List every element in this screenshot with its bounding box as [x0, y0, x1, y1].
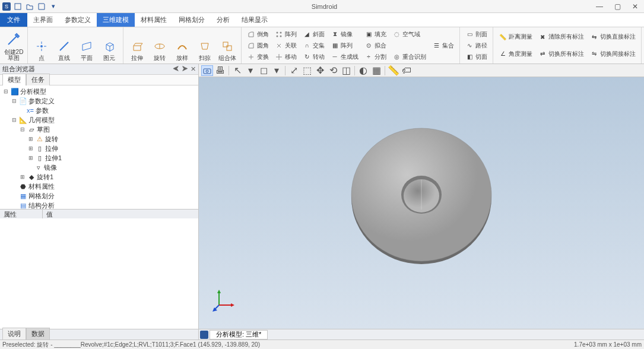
- tab-material[interactable]: 材料属性: [135, 13, 173, 27]
- tree-material[interactable]: 材料属性: [28, 182, 55, 191]
- tree-mirror[interactable]: 镜像: [44, 163, 57, 172]
- tree-extrude1[interactable]: 拉伸1: [45, 154, 62, 163]
- split-button[interactable]: ÷分割: [363, 52, 388, 62]
- label-icon[interactable]: 🏷: [401, 65, 413, 76]
- zoombox-icon[interactable]: ⬚: [301, 65, 313, 76]
- fillet-button[interactable]: 圆角: [245, 40, 271, 51]
- dropdown-icon[interactable]: ▾: [245, 65, 256, 76]
- tree-param-vars[interactable]: 参数: [36, 106, 49, 115]
- compound-button[interactable]: 组合体: [216, 28, 239, 62]
- fit-button[interactable]: ⊙拟合: [363, 40, 388, 51]
- tree-extrude[interactable]: 拉伸: [45, 144, 58, 153]
- zoomfit-icon[interactable]: ⤢: [288, 65, 300, 76]
- airdomain-button[interactable]: ◌空气域: [391, 29, 428, 40]
- expand-icon[interactable]: ⊞: [27, 136, 34, 142]
- tree-revolve[interactable]: 旋转: [45, 135, 58, 144]
- transform-button[interactable]: 变换: [245, 52, 271, 62]
- tree-sketch[interactable]: 草图: [37, 125, 50, 134]
- model-disc[interactable]: [338, 112, 505, 278]
- property-panel[interactable]: [0, 218, 198, 329]
- tree-revolve1[interactable]: 旋转1: [37, 173, 53, 182]
- select-icon[interactable]: ◫: [340, 65, 352, 76]
- array-button[interactable]: ▦阵列: [329, 40, 360, 51]
- tab-results[interactable]: 结果显示: [236, 13, 274, 27]
- relate-button[interactable]: 关联: [273, 40, 299, 51]
- mirror-button[interactable]: ⧗镜像: [329, 29, 360, 40]
- close-button[interactable]: ✕: [626, 2, 644, 11]
- expand-icon[interactable]: ⊞: [27, 155, 34, 161]
- expand-icon[interactable]: ⊟: [2, 88, 9, 94]
- path-button[interactable]: ∿路径: [464, 40, 489, 51]
- cutplane-button[interactable]: ◧切面: [464, 52, 489, 62]
- sweep-button[interactable]: 放样: [171, 28, 193, 62]
- measure-icon[interactable]: 📏: [388, 65, 399, 76]
- bottom-tab-data[interactable]: 数据: [26, 328, 50, 340]
- primitive-button[interactable]: 图元: [98, 28, 120, 62]
- rotate3d-icon[interactable]: ⟲: [327, 65, 339, 76]
- file-tab[interactable]: 文件: [0, 13, 27, 27]
- tree-mesh[interactable]: 网格划分: [28, 192, 55, 201]
- clear-annot-button[interactable]: ✖清除所有标注: [537, 31, 586, 42]
- sidebar-collapse-icon[interactable]: ⮞: [182, 65, 188, 73]
- bevel-button[interactable]: ◢斜面: [301, 29, 326, 40]
- genline-button[interactable]: ─生成线: [329, 52, 360, 62]
- section-button[interactable]: ▭剖面: [464, 29, 489, 40]
- qat-dropdown-icon[interactable]: ▾: [49, 2, 58, 11]
- doc-tab[interactable]: 分析模型: 三维*: [210, 330, 268, 340]
- expand-icon[interactable]: ⊟: [11, 98, 18, 104]
- chamfer-button[interactable]: 倒角: [245, 29, 271, 40]
- view2-icon[interactable]: ▦: [370, 65, 382, 76]
- angle-measure-button[interactable]: ∠角度测量: [497, 49, 534, 59]
- sidebar-close-icon[interactable]: ✕: [191, 65, 196, 73]
- set-button[interactable]: ☰集合: [430, 40, 456, 51]
- dropdown-icon[interactable]: ▾: [271, 65, 283, 76]
- rotate-button[interactable]: ↻转动: [301, 52, 326, 62]
- expand-icon[interactable]: ⊞: [19, 174, 26, 180]
- fill-button[interactable]: ▣填充: [363, 29, 388, 40]
- expand-icon[interactable]: ⊞: [27, 145, 34, 151]
- dist-measure-button[interactable]: 📏距离测量: [497, 31, 534, 42]
- sketch-button[interactable]: 创建2D草图: [2, 28, 25, 62]
- tab-param[interactable]: 参数定义: [59, 13, 97, 27]
- pan-icon[interactable]: ✥: [314, 65, 326, 76]
- line-button[interactable]: 直线: [53, 28, 75, 62]
- qat-open-icon[interactable]: [25, 2, 34, 11]
- cursor-icon[interactable]: ↖: [231, 65, 243, 76]
- bottom-tab-info[interactable]: 说明: [2, 328, 26, 340]
- move-button[interactable]: 移动: [273, 52, 299, 62]
- sidebar-pin-icon[interactable]: ⮜: [173, 65, 179, 73]
- plane-button[interactable]: 平面: [75, 28, 98, 62]
- minimize-button[interactable]: —: [591, 2, 608, 11]
- tab-analysis[interactable]: 分析: [211, 13, 236, 27]
- pattern-button[interactable]: 阵列: [273, 29, 299, 40]
- maximize-button[interactable]: ▢: [608, 2, 626, 11]
- coincide-button[interactable]: ◎重合识别: [391, 52, 428, 62]
- print-icon[interactable]: 🖶: [214, 65, 226, 76]
- sidebar-tab-model[interactable]: 模型: [2, 74, 26, 85]
- tab-main[interactable]: 主界面: [27, 13, 59, 27]
- qat-save-icon[interactable]: [37, 2, 46, 11]
- loft-button[interactable]: 扫掠: [193, 28, 216, 62]
- toggle-direct-button[interactable]: ⇆切换直接标注: [588, 31, 637, 42]
- extrude-button[interactable]: 拉伸: [126, 28, 148, 62]
- model-tree[interactable]: ⊟🟦分析模型 ⊟📄参数定义 x=参数 ⊟📐几何模型 ⊟▱草图 ⊞⚠旋转 ⊞▯拉伸…: [0, 85, 198, 209]
- cube-icon[interactable]: ◻: [258, 65, 269, 76]
- view1-icon[interactable]: ◐: [357, 65, 369, 76]
- expand-icon[interactable]: ⊟: [11, 117, 18, 123]
- toggle-indirect-button[interactable]: ⇋切换间接标注: [588, 49, 637, 59]
- tab-mesh[interactable]: 网格划分: [173, 13, 211, 27]
- 3d-viewport[interactable]: [199, 77, 644, 329]
- tree-geom[interactable]: 几何模型: [28, 116, 55, 125]
- intersect-button[interactable]: ∩交集: [301, 40, 326, 51]
- tree-root[interactable]: 分析模型: [20, 87, 46, 96]
- tree-analysis[interactable]: 结构分析: [28, 201, 55, 210]
- camera-icon[interactable]: [201, 65, 213, 76]
- toggle-annot-button[interactable]: ⇄切换所有标注: [537, 49, 586, 59]
- tree-param[interactable]: 参数定义: [28, 97, 55, 106]
- point-button[interactable]: 点: [30, 28, 53, 62]
- qat-new-icon[interactable]: [13, 2, 23, 11]
- sidebar-tab-task[interactable]: 任务: [26, 74, 50, 85]
- expand-icon[interactable]: ⊟: [19, 126, 26, 132]
- revolve-button[interactable]: 旋转: [148, 28, 171, 62]
- tab-3dmodel[interactable]: 三维建模: [97, 13, 135, 27]
